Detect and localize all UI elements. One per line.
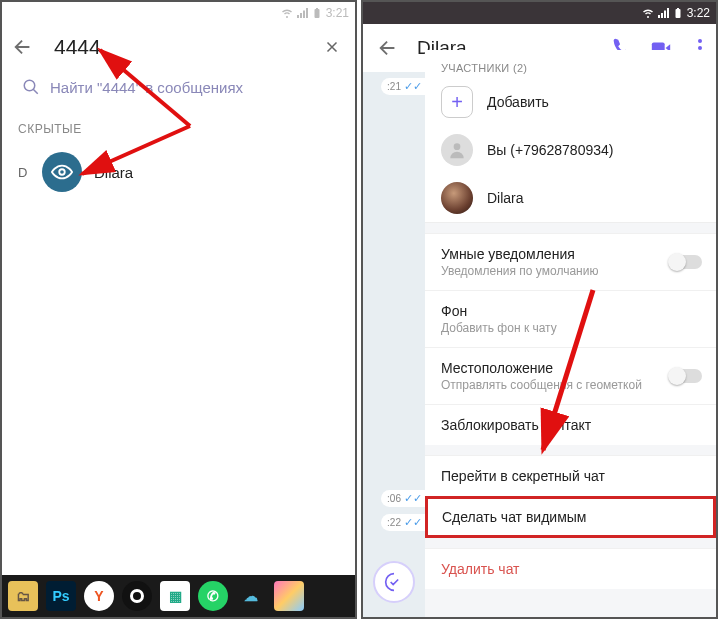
hidden-header: СКРЫТЫЕ (2, 108, 355, 144)
participant-you[interactable]: Вы (+79628780934) (425, 126, 716, 174)
find-in-messages[interactable]: Найти "4444" в сообщениях (2, 70, 355, 108)
avatar-photo (441, 182, 473, 214)
search-input[interactable] (54, 35, 323, 59)
wifi-icon (642, 7, 654, 19)
chat-background-strip: :21✓✓ :06✓✓ :22✓✓ (363, 72, 425, 617)
msg-time: :21✓✓ (381, 78, 425, 95)
hidden-avatar (42, 152, 82, 192)
setting-secret-chat[interactable]: Перейти в секретный чат (425, 455, 716, 496)
back-icon[interactable] (12, 36, 34, 58)
phone-left: 3:21 Найти "4444" в сообщениях СКРЫТЫЕ D… (0, 0, 357, 619)
find-label: Найти "4444" в сообщениях (50, 79, 243, 96)
battery-icon (311, 7, 323, 19)
svg-point-5 (454, 143, 461, 150)
svg-point-1 (59, 169, 65, 175)
search-icon (22, 78, 40, 96)
add-participant-row[interactable]: + Добавить (425, 78, 716, 126)
hidden-contact-row[interactable]: D Dilara (2, 144, 355, 200)
taskbar-sheets-icon[interactable]: ▦ (160, 581, 190, 611)
taskbar-whatsapp-icon[interactable]: ✆ (198, 581, 228, 611)
compose-button[interactable] (373, 561, 415, 603)
battery-icon (672, 7, 684, 19)
taskbar-opera-icon[interactable] (122, 581, 152, 611)
participants-header: УЧАСТНИКИ (2) (425, 50, 716, 78)
avatar-placeholder-icon (441, 134, 473, 166)
search-row (2, 24, 355, 70)
taskbar-photoshop-icon[interactable]: Ps (46, 581, 76, 611)
alpha-divider: D (18, 165, 30, 180)
setting-background[interactable]: Фон Добавить фон к чату (425, 290, 716, 347)
taskbar-gallery-icon[interactable] (274, 581, 304, 611)
msg-time: :22✓✓ (381, 514, 425, 531)
signal-icon (296, 7, 308, 19)
status-time: 3:21 (326, 6, 349, 20)
contact-name: Dilara (94, 164, 133, 181)
setting-delete-chat[interactable]: Удалить чат (425, 548, 716, 589)
status-bar: 3:21 (2, 2, 355, 24)
clear-icon[interactable] (323, 38, 341, 56)
msg-time: :06✓✓ (381, 490, 425, 507)
taskbar-yandex-icon[interactable]: Y (84, 581, 114, 611)
toggle-switch[interactable] (670, 369, 702, 383)
signal-icon (657, 7, 669, 19)
taskbar: 🗂 Ps Y ▦ ✆ ☁ (2, 575, 355, 617)
info-panel: УЧАСТНИКИ (2) + Добавить Вы (+7962878093… (425, 50, 716, 617)
participant-contact[interactable]: Dilara (425, 174, 716, 222)
taskbar-cloud-icon[interactable]: ☁ (236, 581, 266, 611)
you-label: Вы (+79628780934) (487, 142, 613, 158)
add-label: Добавить (487, 94, 549, 110)
status-time: 3:22 (687, 6, 710, 20)
toggle-switch[interactable] (670, 255, 702, 269)
plus-icon: + (441, 86, 473, 118)
eye-icon (51, 161, 73, 183)
setting-make-visible[interactable]: Сделать чат видимым (425, 496, 716, 538)
wifi-icon (281, 7, 293, 19)
svg-point-0 (24, 80, 35, 91)
setting-smart-notifications[interactable]: Умные уведомления Уведомления по умолчан… (425, 233, 716, 290)
back-icon[interactable] (377, 37, 399, 59)
contact-label: Dilara (487, 190, 524, 206)
compose-icon (384, 572, 404, 592)
phone-right: 3:22 Dilara :21✓✓ :06✓✓ :22✓✓ УЧАСТНИКИ … (361, 0, 718, 619)
status-bar: 3:22 (363, 2, 716, 24)
setting-location[interactable]: Местоположение Отправлять сообщения с ге… (425, 347, 716, 404)
taskbar-folder-icon[interactable]: 🗂 (8, 581, 38, 611)
setting-block-contact[interactable]: Заблокировать контакт (425, 404, 716, 445)
